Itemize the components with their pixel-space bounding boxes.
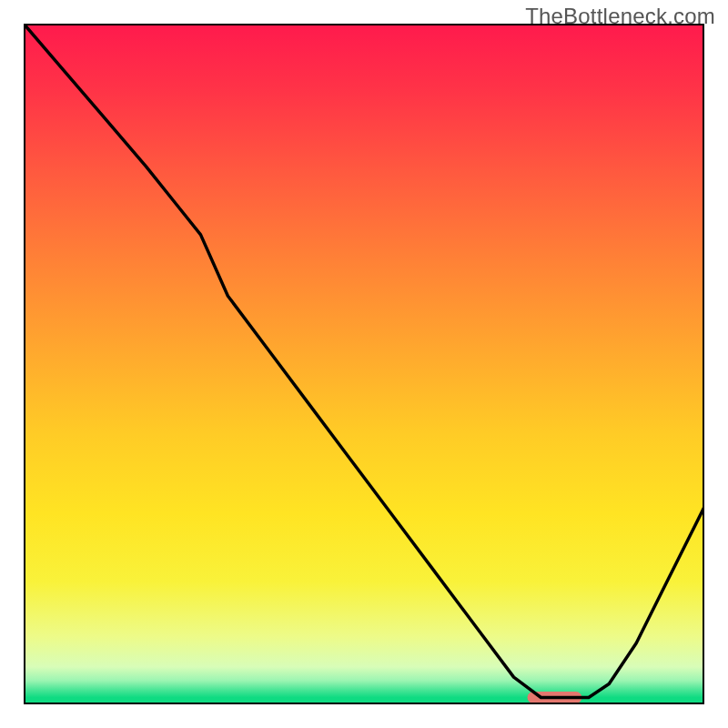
- bottleneck-chart: [24, 24, 704, 704]
- watermark-label: TheBottleneck.com: [525, 4, 715, 29]
- chart-frame: [24, 24, 704, 704]
- chart-wrapper: TheBottleneck.com: [0, 0, 728, 728]
- gradient-background: [24, 24, 704, 704]
